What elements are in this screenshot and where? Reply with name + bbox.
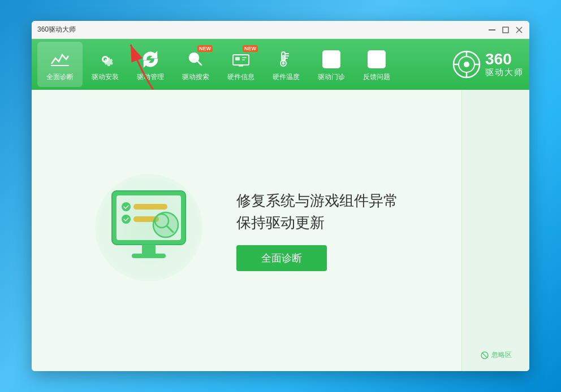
svg-text:?: ? bbox=[373, 54, 380, 66]
brand-number: 360 bbox=[485, 51, 524, 67]
svg-rect-0 bbox=[489, 29, 495, 31]
glow-circle bbox=[95, 174, 202, 281]
ignore-icon bbox=[480, 351, 489, 360]
main-content: 修复系统与游戏组件异常 保持驱动更新 全面诊断 忽略区 bbox=[32, 90, 529, 371]
toolbar: 全面诊断 驱动安装 bbox=[32, 39, 529, 90]
new-badge-hardware: NEW bbox=[243, 45, 258, 52]
nav-label-driver-store: 驱动门诊 bbox=[318, 73, 345, 81]
svg-rect-8 bbox=[235, 57, 240, 60]
nav-item-driver-mgr[interactable]: 驱动管理 bbox=[128, 42, 173, 87]
nav-items: 全面诊断 驱动安装 bbox=[37, 39, 447, 90]
nav-label-driver-search: 驱动搜索 bbox=[182, 73, 209, 81]
ignore-button[interactable]: 忽略区 bbox=[480, 350, 512, 360]
nav-label-driver-solve: 驱动安装 bbox=[92, 73, 119, 81]
nav-item-hardware-temp[interactable]: 硬件温度 bbox=[264, 42, 309, 87]
svg-rect-4 bbox=[51, 65, 69, 66]
svg-rect-9 bbox=[242, 57, 247, 58]
nav-item-hardware-info[interactable]: NEW 硬件信息 bbox=[218, 42, 264, 87]
content-area: 修复系统与游戏组件异常 保持驱动更新 全面诊断 bbox=[32, 90, 461, 371]
nav-label-feedback: 反馈问题 bbox=[363, 73, 390, 81]
temp-icon bbox=[275, 48, 297, 71]
app-window: 360驱动大师 全面诊断 bbox=[32, 21, 529, 371]
new-badge-search: NEW bbox=[197, 45, 213, 52]
computer-illustration bbox=[95, 174, 208, 287]
svg-point-26 bbox=[464, 62, 469, 67]
title-bar: 360驱动大师 bbox=[32, 21, 529, 39]
cta-button[interactable]: 全面诊断 bbox=[236, 245, 327, 271]
hero-title-line2: 保持驱动更新 bbox=[236, 212, 398, 234]
svg-rect-13 bbox=[282, 55, 284, 60]
gear-icon bbox=[94, 48, 116, 71]
nav-item-driver-search[interactable]: NEW 驱动搜索 bbox=[173, 42, 218, 87]
window-title: 360驱动大师 bbox=[37, 25, 487, 34]
refresh-icon bbox=[139, 48, 162, 71]
svg-point-6 bbox=[192, 56, 196, 59]
svg-rect-11 bbox=[239, 65, 243, 67]
nav-item-driver-solve[interactable]: 驱动安装 bbox=[83, 42, 128, 87]
ignore-label: 忽略区 bbox=[491, 350, 512, 360]
nav-item-full-diag[interactable]: 全面诊断 bbox=[37, 42, 83, 87]
hero-title-line1: 修复系统与游戏组件异常 bbox=[236, 190, 398, 212]
minimize-button[interactable] bbox=[487, 25, 497, 34]
nav-item-feedback[interactable]: ? 反馈问题 bbox=[354, 42, 399, 87]
svg-point-15 bbox=[282, 62, 285, 64]
restore-button[interactable] bbox=[501, 25, 510, 34]
nav-label-hardware-info: 硬件信息 bbox=[227, 73, 254, 81]
hero-section: 修复系统与游戏组件异常 保持驱动更新 全面诊断 bbox=[95, 174, 398, 287]
hero-text: 修复系统与游戏组件异常 保持驱动更新 全面诊断 bbox=[236, 190, 398, 271]
nav-label-full-diag: 全面诊断 bbox=[46, 73, 74, 81]
plus-box-icon bbox=[320, 48, 343, 71]
nav-label-hardware-temp: 硬件温度 bbox=[273, 73, 300, 81]
window-controls bbox=[487, 25, 524, 34]
close-button[interactable] bbox=[515, 25, 524, 34]
svg-rect-1 bbox=[503, 27, 508, 33]
brand-area: 360 驱动大师 bbox=[447, 50, 524, 79]
nav-label-driver-mgr: 驱动管理 bbox=[137, 73, 164, 81]
hero-title: 修复系统与游戏组件异常 保持驱动更新 bbox=[236, 190, 398, 234]
right-panel: 忽略区 bbox=[461, 90, 529, 371]
svg-rect-10 bbox=[242, 59, 245, 60]
nav-item-driver-store[interactable]: 驱动门诊 bbox=[309, 42, 354, 87]
brand-text: 360 驱动大师 bbox=[485, 51, 524, 78]
question-icon: ? bbox=[365, 48, 388, 71]
chart-icon bbox=[49, 48, 71, 71]
brand-logo-icon bbox=[452, 50, 481, 79]
svg-line-44 bbox=[482, 353, 487, 358]
brand-subtitle: 驱动大师 bbox=[485, 67, 524, 78]
